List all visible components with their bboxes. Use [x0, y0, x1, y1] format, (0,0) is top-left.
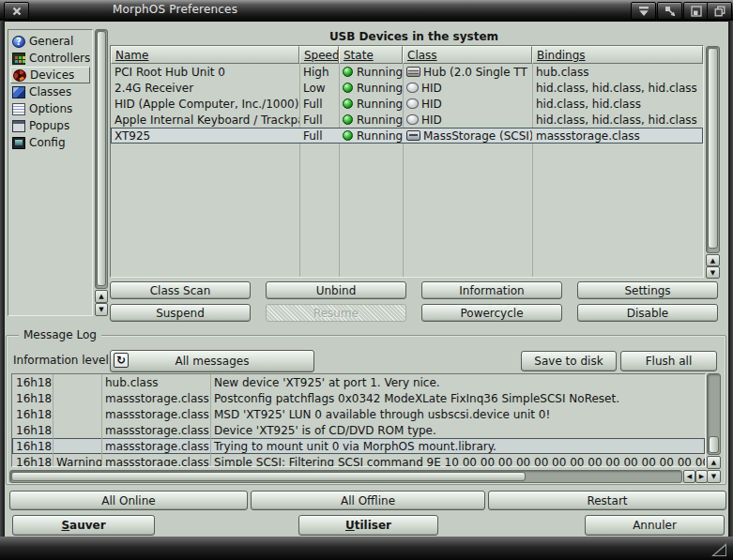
cell-bindings: massstorage.class [532, 128, 703, 144]
class-label: HID [421, 82, 442, 95]
cell-speed: High [299, 64, 339, 80]
sidebar-item-classes[interactable]: Classes [10, 83, 90, 100]
device-table-scrollbar-thumb[interactable] [708, 48, 718, 249]
column-divider [53, 374, 53, 466]
log-row[interactable]: 16h18massstorage.classDevice 'XT925' is … [12, 422, 705, 438]
log-level [53, 390, 101, 406]
sauver-button[interactable]: Sauver [12, 515, 155, 536]
message-log-legend: Message Log [19, 328, 101, 341]
device-row[interactable]: 2.4G ReceiverLowRunningHIDhid.class, hid… [111, 80, 703, 96]
device-row[interactable]: XT925FullRunningMassStorage (SCSI)massst… [111, 128, 703, 144]
running-state-icon [343, 67, 353, 77]
column-header-state[interactable]: State [339, 46, 403, 64]
device-row[interactable]: Apple Internal Keyboard / TrackpadFullRu… [111, 112, 703, 128]
device-table-header: NameSpeedStateClassBindings [111, 46, 703, 64]
save-to-disk-button[interactable]: Save to disk [521, 351, 617, 371]
utiliser-button[interactable]: Utiliser [298, 515, 438, 536]
window-title: MorphOS Preferences [113, 3, 237, 16]
sidebar-scroll-up-button[interactable]: ▲ [95, 290, 108, 303]
device-table-scroll-down-button[interactable]: ▼ [706, 266, 720, 279]
running-state-icon [343, 98, 353, 109]
cell-name: Apple Internal Keyboard / Trackpad [111, 112, 299, 128]
state-label: Running [357, 82, 403, 95]
unbind-button[interactable]: Unbind [266, 281, 406, 299]
sidebar-item-controllers[interactable]: Controllers [10, 50, 90, 67]
resize-handle[interactable] [711, 543, 726, 556]
restart-button[interactable]: Restart [488, 491, 726, 510]
column-header-speed[interactable]: Speed [299, 46, 339, 64]
log-row[interactable]: 16h18Warningmassstorage.classSimple SCSI… [12, 454, 705, 467]
device-row[interactable]: HID (Apple Computer, Inc./1000)FullRunni… [111, 96, 703, 112]
log-level [53, 374, 101, 390]
sidebar-item-general[interactable]: General [10, 33, 90, 50]
cell-class: HID [403, 112, 532, 128]
column-header-bindings[interactable]: Bindings [532, 46, 703, 64]
log-hscrollbar-track[interactable] [9, 470, 682, 483]
disable-button[interactable]: Disable [577, 304, 718, 322]
log-scrollbar-thumb[interactable] [709, 436, 719, 453]
powercycle-button[interactable]: Powercycle [421, 304, 562, 322]
log-source: massstorage.class [101, 406, 210, 422]
log-scroll-up-button[interactable]: ▲ [707, 456, 721, 469]
device-row[interactable]: PCI Root Hub Unit 0HighRunningHub (2.0 S… [111, 64, 703, 80]
device-table-scroll-up-button[interactable]: ▲ [706, 254, 720, 266]
log-scroll-left-button[interactable]: ◀ [683, 470, 695, 483]
sidebar-scrollbar-thumb[interactable] [97, 31, 106, 286]
sidebar-item-label: Popups [29, 119, 69, 132]
settings-button[interactable]: Settings [577, 281, 718, 299]
cell-state: Running [339, 64, 403, 80]
popup-window-icon [12, 120, 25, 132]
class-label: Hub (2.0 Single TT [423, 66, 527, 79]
all-online-button[interactable]: All Online [9, 491, 248, 510]
cell-state: Running [339, 96, 403, 112]
class-label: HID [421, 114, 442, 127]
log-scroll-down-button[interactable]: ▼ [707, 470, 721, 483]
annuler-button[interactable]: Annuler [585, 515, 725, 536]
iconify-button[interactable] [631, 2, 656, 20]
log-time: 16h18 [12, 454, 53, 467]
flush-all-button[interactable]: Flush all [620, 351, 717, 371]
class-label: MassStorage (SCSI) [423, 129, 532, 143]
device-actions-row1: Class ScanUnbindInformationSettings [110, 281, 718, 299]
log-list: 16h18hub.classNew device 'XT925' at port… [12, 374, 705, 466]
class-scan-button[interactable]: Class Scan [110, 281, 251, 299]
log-row[interactable]: 16h18massstorage.classTrying to mount un… [12, 438, 705, 454]
cell-state: Running [339, 112, 403, 128]
sidebar-item-config[interactable]: Config [10, 134, 90, 151]
window-border-right [728, 21, 733, 537]
log-row[interactable]: 16h18hub.classNew device 'XT925' at port… [12, 374, 705, 390]
log-row[interactable]: 16h18massstorage.classMSD 'XT925' LUN 0 … [12, 406, 705, 422]
information-button[interactable]: Information [421, 281, 562, 299]
running-state-icon [343, 130, 353, 141]
log-scrollbar-track[interactable] [707, 373, 721, 455]
all-offline-button[interactable]: All Offline [251, 491, 485, 510]
close-button[interactable] [4, 2, 29, 20]
information-level-cycle[interactable]: ↻ All messages [110, 350, 314, 372]
fan-icon [13, 69, 26, 82]
suspend-button[interactable]: Suspend [110, 304, 251, 322]
zoom-button[interactable] [657, 2, 682, 20]
snapshot-button[interactable] [683, 2, 709, 20]
sidebar-scrollbar-track[interactable] [95, 29, 108, 289]
log-row[interactable]: 16h18massstorage.classPostconfig patchfl… [12, 390, 705, 406]
log-source: massstorage.class [101, 454, 210, 467]
log-hscrollbar-thumb[interactable] [11, 472, 526, 481]
state-label: Running [357, 66, 403, 79]
device-table-body: PCI Root Hub Unit 0HighRunningHub (2.0 S… [111, 64, 703, 277]
log-message: Trying to mount unit 0 via MorphOS mount… [210, 438, 705, 454]
sidebar-item-devices[interactable]: Devices [10, 67, 90, 83]
sidebar-item-popups[interactable]: Popups [10, 117, 90, 134]
device-table-scrollbar-track[interactable] [706, 46, 720, 253]
log-source: massstorage.class [101, 438, 210, 454]
column-header-name[interactable]: Name [111, 46, 299, 64]
resume-button: Resume [266, 304, 406, 322]
snapshot-icon [691, 6, 702, 17]
log-scroll-right-button[interactable]: ▶ [695, 470, 708, 483]
depth-button[interactable] [707, 2, 732, 20]
sidebar-scroll-down-button[interactable]: ▼ [95, 303, 108, 316]
sidebar-item-options[interactable]: Options [10, 100, 90, 117]
cell-bindings: hid.class, hid.class [532, 96, 703, 112]
column-header-class[interactable]: Class [403, 46, 532, 64]
log-message: Device 'XT925' is of CD/DVD ROM type. [210, 422, 705, 438]
cell-bindings: hub.class [532, 64, 703, 80]
